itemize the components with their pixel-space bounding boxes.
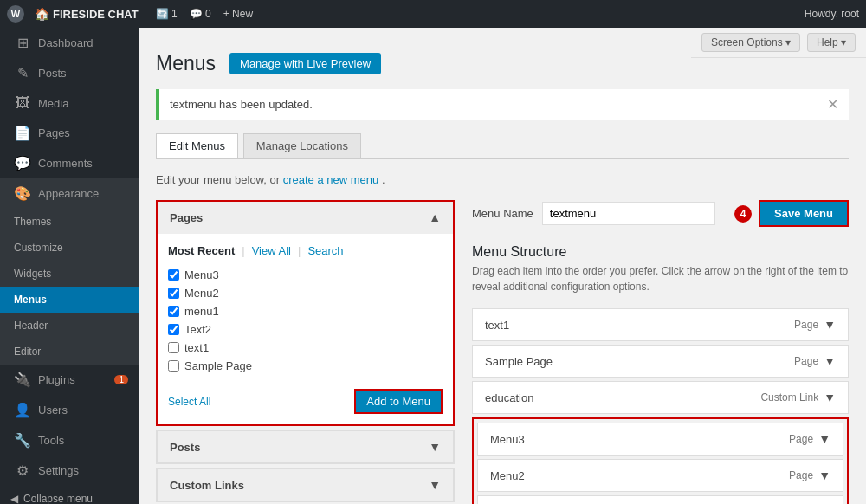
sidebar-item-posts[interactable]: ✎ Posts	[0, 58, 139, 88]
item-type-menu3: Page	[789, 433, 813, 445]
notice-close-button[interactable]: ✕	[827, 96, 838, 113]
page-checkbox-text1[interactable]	[168, 342, 179, 353]
item-label-sample-page: Sample Page	[485, 355, 553, 368]
help-button[interactable]: Help ▾	[807, 33, 856, 52]
item-label-menu2: Menu2	[490, 469, 525, 482]
sidebar-item-header[interactable]: Header	[0, 313, 139, 339]
posts-icon: ✎	[14, 65, 31, 81]
sidebar-item-plugins[interactable]: 🔌 Plugins 1	[0, 365, 139, 395]
expand-arrow-menu3[interactable]: ▼	[818, 432, 830, 446]
expand-arrow-menu2[interactable]: ▼	[818, 468, 830, 482]
list-item: Menu2	[168, 284, 443, 302]
customize-label: Customize	[14, 242, 128, 254]
menu-item-menu2: Menu2 Page ▼	[477, 459, 843, 492]
update-notice: textmenu has been updated. ✕	[156, 89, 849, 120]
tools-icon: 🔧	[14, 432, 31, 449]
pages-tab-links: Most Recent | View All | Search	[168, 244, 443, 257]
page-checkbox-menu1[interactable]	[168, 306, 179, 317]
page-checkbox-text2[interactable]	[168, 324, 179, 335]
themes-label: Themes	[14, 216, 128, 228]
item-type-row: Custom Link ▼	[760, 391, 836, 404]
expand-arrow-text1[interactable]: ▼	[824, 318, 836, 332]
menu-name-row: Menu Name 4 Save Menu	[472, 200, 849, 227]
sidebar-item-dashboard[interactable]: ⊞ Dashboard	[0, 28, 139, 58]
page-label-menu3: Menu3	[184, 268, 219, 281]
pages-tab-view-all[interactable]: View All	[252, 244, 291, 257]
page-checkbox-menu2[interactable]	[168, 288, 179, 299]
sidebar-item-tools[interactable]: 🔧 Tools	[0, 425, 139, 456]
sidebar-item-customize[interactable]: Customize	[0, 235, 139, 261]
page-checkbox-sample[interactable]	[168, 360, 179, 372]
pages-tab-most-recent[interactable]: Most Recent	[168, 244, 235, 257]
right-panel: Menu Name 4 Save Menu Menu Structure Dra…	[472, 200, 849, 504]
site-name-label: FIRESIDE CHAT	[53, 8, 139, 21]
sidebar-item-pages[interactable]: 📄 Pages	[0, 118, 139, 148]
sidebar-item-settings[interactable]: ⚙ Settings	[0, 456, 139, 486]
item-type-sample-page: Page	[794, 355, 818, 367]
wp-logo: W	[7, 5, 24, 23]
users-icon: 👤	[14, 402, 31, 418]
menu-item-text1: text1 Page ▼	[472, 308, 849, 341]
menu-layout: Pages ▲ Most Recent | View All | Search	[156, 200, 849, 504]
add-to-menu-button[interactable]: Add to Menu	[354, 389, 443, 414]
sidebar-item-editor[interactable]: Editor	[0, 339, 139, 365]
sidebar-item-media[interactable]: 🖼 Media	[0, 88, 139, 118]
sidebar-item-label: Media	[38, 97, 128, 110]
create-new-menu-link[interactable]: create a new menu	[283, 173, 379, 186]
page-label-text2: Text2	[184, 323, 211, 336]
users-label: Users	[38, 404, 128, 417]
expand-arrow-sample-page[interactable]: ▼	[824, 354, 836, 368]
menus-label: Menus	[14, 294, 128, 306]
sidebar-item-users[interactable]: 👤 Users	[0, 395, 139, 425]
main-content: Menus Manage with Live Preview textmenu …	[139, 28, 866, 504]
sidebar-item-label: Pages	[38, 126, 128, 139]
menu-item-sample-page: Sample Page Page ▼	[472, 345, 849, 378]
page-title: Menus	[156, 52, 216, 75]
menu-structure-info: Drag each item into the order you prefer…	[472, 263, 849, 294]
expand-arrow-education[interactable]: ▼	[824, 391, 836, 404]
save-menu-button[interactable]: Save Menu	[759, 200, 849, 227]
pages-accordion-header[interactable]: Pages ▲	[158, 202, 453, 233]
left-panel: Pages ▲ Most Recent | View All | Search	[156, 200, 455, 504]
list-item: Text2	[168, 320, 443, 339]
item-label-menu3: Menu3	[490, 433, 525, 446]
screen-options-button[interactable]: Screen Options ▾	[701, 33, 800, 52]
sidebar-item-widgets[interactable]: Widgets	[0, 261, 139, 287]
item-type-education: Custom Link	[760, 391, 818, 404]
item-type-row: Page ▼	[789, 468, 830, 482]
sidebar-item-appearance[interactable]: 🎨 Appearance	[0, 178, 139, 209]
select-all-link[interactable]: Select All	[168, 396, 210, 408]
comment-count[interactable]: 💬 0	[190, 8, 211, 20]
plugins-icon: 🔌	[14, 372, 31, 388]
menu-name-input[interactable]	[542, 202, 715, 225]
menu-name-left: Menu Name	[472, 202, 715, 225]
update-count[interactable]: 🔄 1	[156, 8, 178, 20]
plugins-label: Plugins	[38, 373, 107, 386]
menu-item-education: education Custom Link ▼	[472, 381, 849, 414]
item-type-menu2: Page	[789, 469, 813, 481]
sidebar-item-menus[interactable]: Menus	[0, 287, 139, 313]
site-name[interactable]: 🏠 FIRESIDE CHAT	[35, 7, 139, 21]
pages-accordion-title: Pages	[170, 211, 203, 224]
page-checkbox-menu3[interactable]	[168, 269, 179, 281]
tab-manage-locations[interactable]: Manage Locations	[243, 133, 361, 158]
sidebar-item-label: Appearance	[38, 187, 128, 200]
custom-links-accordion-header[interactable]: Custom Links ▼	[157, 468, 454, 501]
new-button[interactable]: + New	[223, 8, 253, 20]
edit-info-text: Edit your menu below, or	[156, 173, 280, 186]
tab-edit-menus[interactable]: Edit Menus	[156, 133, 238, 158]
page-label-menu1: menu1	[184, 305, 219, 318]
posts-accordion-header[interactable]: Posts ▼	[157, 430, 454, 463]
comments-icon: 💬	[14, 155, 31, 171]
custom-links-accordion-title: Custom Links	[170, 479, 244, 492]
sidebar-item-comments[interactable]: 💬 Comments	[0, 148, 139, 178]
page-label-text1: text1	[184, 341, 209, 354]
manage-live-preview-button[interactable]: Manage with Live Preview	[229, 53, 381, 74]
pages-tab-search[interactable]: Search	[307, 244, 343, 257]
sidebar-item-themes[interactable]: Themes	[0, 209, 139, 235]
collapse-menu[interactable]: ◀ Collapse menu	[0, 486, 139, 504]
sidebar: ⊞ Dashboard ✎ Posts 🖼 Media 📄 Pages 💬 Co…	[0, 28, 139, 504]
dashboard-icon: ⊞	[14, 35, 31, 51]
edit-info: Edit your menu below, or create a new me…	[156, 173, 849, 186]
sidebar-item-label: Dashboard	[38, 36, 128, 49]
